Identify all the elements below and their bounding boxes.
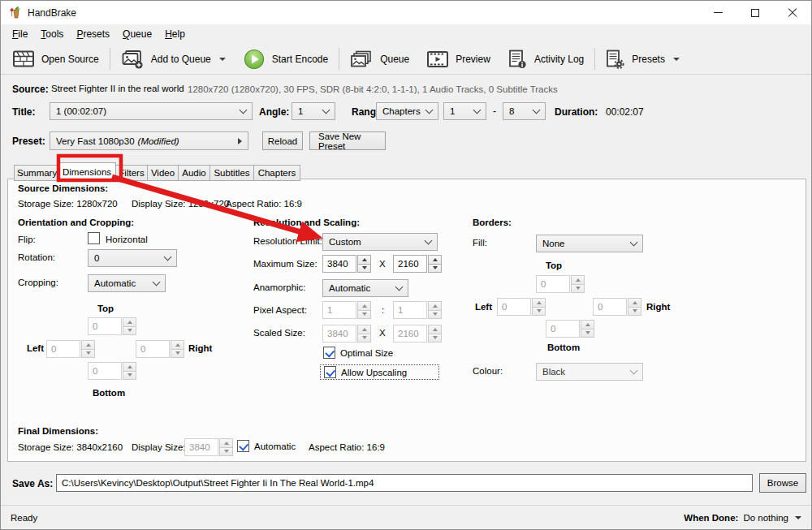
preset-select[interactable]: Very Fast 1080p30(Modified) <box>50 131 248 150</box>
fill-value: None <box>542 239 631 248</box>
when-done-dropdown[interactable]: Do nothing <box>743 513 788 523</box>
activity-log-label: Activity Log <box>534 54 584 65</box>
tab-chapters[interactable]: Chapters <box>253 165 300 181</box>
queue-button[interactable]: Queue <box>341 46 418 72</box>
start-encode-button[interactable]: Start Encode <box>235 46 337 72</box>
reload-button[interactable]: Reload <box>262 131 303 150</box>
spin-down-button <box>532 308 546 317</box>
rotation-value: 0 <box>94 253 165 263</box>
menu-presets[interactable]: Presets <box>70 25 116 43</box>
allow-upscaling-option[interactable]: Allow Upscaling <box>320 364 439 380</box>
tab-dimensions[interactable]: Dimensions <box>58 162 116 181</box>
menu-help[interactable]: Help <box>158 25 192 43</box>
filmstrip-play-icon <box>427 51 448 67</box>
spin-down-button <box>219 448 233 457</box>
cropping-select[interactable]: Automatic <box>88 274 166 292</box>
spin-up-button <box>123 317 136 327</box>
open-source-button[interactable]: Open Source <box>4 46 108 72</box>
maximum-width-spinner[interactable] <box>322 255 371 273</box>
preset-label: Preset: <box>12 136 45 147</box>
spin-down-button <box>571 285 585 294</box>
final-automatic-checkbox[interactable] <box>237 440 249 452</box>
final-automatic-option[interactable]: Automatic <box>237 440 296 452</box>
flip-horizontal-checkbox[interactable] <box>88 232 100 244</box>
menu-queue[interactable]: Queue <box>116 25 158 43</box>
spin-buttons <box>357 255 371 273</box>
crop-left-input <box>46 340 80 358</box>
menu-file[interactable]: File <box>6 25 34 43</box>
spin-up-button <box>81 340 95 350</box>
preview-label: Preview <box>456 54 490 65</box>
rotation-select[interactable]: 0 <box>88 249 177 267</box>
preview-button[interactable]: Preview <box>418 46 499 72</box>
tab-subtitles[interactable]: Subtitles <box>209 165 254 181</box>
spin-buttons <box>81 340 95 358</box>
close-icon <box>788 8 797 18</box>
duration-label: Duration: <box>555 106 598 118</box>
range-to-select[interactable]: 8 <box>503 102 546 120</box>
spin-down-button <box>428 334 442 343</box>
allow-upscaling-checkbox[interactable] <box>324 366 336 378</box>
add-to-queue-button[interactable]: Add to Queue <box>112 46 235 72</box>
optimal-size-option[interactable]: Optimal Size <box>323 347 393 359</box>
handbrake-window: HandBrake File Tools Presets Queue Help <box>0 0 812 530</box>
border-left-input <box>497 298 531 316</box>
scaled-height-input <box>393 325 427 343</box>
spin-up-button <box>628 298 641 308</box>
activity-log-button[interactable]: Activity Log <box>499 46 593 72</box>
chevron-down-icon[interactable] <box>795 516 801 519</box>
spin-buttons <box>357 301 371 319</box>
maximum-height-input[interactable] <box>393 255 427 273</box>
chevron-down-icon <box>153 278 161 286</box>
anamorphic-label: Anamorphic: <box>253 282 306 292</box>
spin-buttons <box>428 301 442 319</box>
optimal-size-checkbox[interactable] <box>323 347 335 359</box>
spin-up-button[interactable] <box>357 255 371 265</box>
spin-up-button <box>571 275 585 285</box>
colour-value: Black <box>542 367 631 377</box>
tab-summary[interactable]: Summary <box>14 165 58 181</box>
angle-select[interactable]: 1 <box>292 102 335 120</box>
close-button[interactable] <box>774 1 811 24</box>
title-select[interactable]: 1 (00:02:07) <box>50 102 253 120</box>
maximum-height-spinner[interactable] <box>393 255 442 273</box>
tab-filters[interactable]: Filters <box>115 165 148 181</box>
spin-up-button <box>357 301 371 311</box>
final-automatic-label: Automatic <box>254 442 296 451</box>
chevron-down-icon <box>395 282 404 291</box>
spin-buttons <box>428 325 442 343</box>
browse-button[interactable]: Browse <box>759 473 806 493</box>
menu-tools[interactable]: Tools <box>34 25 70 43</box>
chevron-down-icon <box>425 106 434 114</box>
minimize-button[interactable] <box>699 1 736 24</box>
colour-label: Colour: <box>473 366 503 376</box>
spin-up-button <box>532 298 546 308</box>
range-from-select[interactable]: 1 <box>443 102 486 120</box>
anamorphic-select[interactable]: Automatic <box>322 279 408 297</box>
rotation-label: Rotation: <box>18 252 55 262</box>
spin-down-button <box>123 327 136 336</box>
spin-up-button[interactable] <box>428 255 442 265</box>
resolution-limit-label: Resolution Limit: <box>253 236 322 246</box>
save-as-input[interactable] <box>56 474 753 492</box>
crop-left-spinner <box>46 340 95 358</box>
when-done-control: When Done: Do nothing <box>684 513 801 523</box>
fill-select[interactable]: None <box>536 235 643 252</box>
spin-down-button[interactable] <box>428 265 442 274</box>
crop-top-label: Top <box>88 304 123 313</box>
presets-button[interactable]: Presets <box>597 46 689 72</box>
resolution-limit-select[interactable]: Custom <box>322 233 438 251</box>
range-type-select[interactable]: Chapters <box>376 102 438 120</box>
flip-horizontal-label: Horizontal <box>106 235 148 244</box>
maximize-button[interactable] <box>736 1 774 24</box>
range-from-value: 1 <box>450 106 474 116</box>
menu-bar: File Tools Presets Queue Help <box>1 24 811 44</box>
maximum-width-input[interactable] <box>322 255 356 273</box>
spin-down-button[interactable] <box>357 265 371 274</box>
tab-audio[interactable]: Audio <box>178 165 210 181</box>
tab-video[interactable]: Video <box>147 165 179 181</box>
save-new-preset-button[interactable]: Save New Preset <box>309 131 386 150</box>
crop-left-label: Left <box>18 343 44 353</box>
spin-up-button <box>171 340 184 350</box>
colour-select: Black <box>536 363 643 381</box>
